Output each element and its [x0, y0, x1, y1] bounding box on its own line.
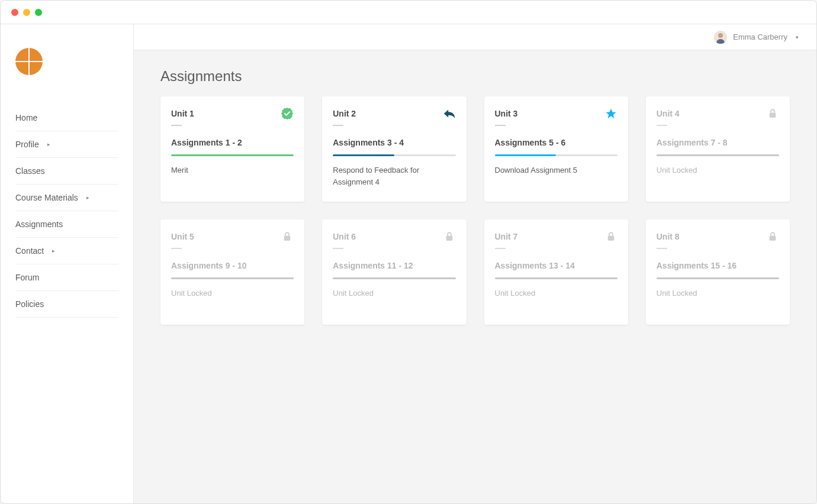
unit-title: Unit 4	[657, 109, 680, 118]
svg-rect-6	[284, 236, 291, 241]
divider	[495, 125, 506, 126]
assignments-range: Assignments 9 - 10	[171, 261, 294, 270]
chevron-right-icon: ▸	[47, 141, 50, 147]
checkmark-badge-icon	[281, 107, 294, 120]
progress-fill	[495, 277, 617, 279]
star-icon	[604, 107, 617, 120]
assignment-card: Unit 4 Assignments 7 - 8Unit Locked	[646, 96, 790, 202]
assignments-range: Assignments 7 - 8	[657, 138, 779, 147]
assignment-cards-grid: Unit 1 Assignments 1 - 2MeritUnit 2 Assi…	[160, 96, 790, 325]
svg-rect-8	[608, 236, 615, 241]
main-area: Emma Carberry ▾ Assignments Unit 1 Assig…	[134, 24, 816, 503]
sidebar-item-label: Assignments	[15, 219, 63, 229]
lock-icon	[766, 107, 779, 120]
sidebar-item-forum[interactable]: Forum	[15, 264, 118, 291]
card-header: Unit 8	[657, 230, 779, 243]
lock-icon	[604, 230, 617, 243]
progress-bar	[333, 277, 455, 279]
unit-title: Unit 8	[657, 232, 680, 241]
divider	[495, 248, 506, 249]
unit-title: Unit 6	[333, 232, 356, 241]
app-window: HomeProfile▸ClassesCourse Materials▸Assi…	[0, 0, 817, 504]
status-text: Download Assignment 5	[495, 164, 617, 176]
app-logo[interactable]	[15, 48, 43, 75]
assignment-card: Unit 7 Assignments 13 - 14Unit Locked	[484, 219, 628, 325]
progress-fill	[333, 277, 455, 279]
divider	[657, 125, 667, 126]
user-name: Emma Carberry	[733, 33, 787, 41]
progress-bar	[495, 154, 617, 156]
status-text: Merit	[171, 164, 294, 176]
unit-title: Unit 2	[333, 109, 356, 118]
progress-fill	[333, 154, 394, 156]
user-menu[interactable]: Emma Carberry ▾	[714, 31, 799, 44]
assignment-card: Unit 6 Assignments 11 - 12Unit Locked	[322, 219, 466, 325]
divider	[171, 125, 182, 126]
progress-fill	[171, 277, 294, 279]
page-title: Assignments	[160, 68, 790, 85]
assignments-range: Assignments 13 - 14	[495, 261, 617, 270]
sidebar-item-policies[interactable]: Policies	[15, 291, 118, 318]
sidebar-item-home[interactable]: Home	[15, 105, 118, 131]
avatar	[714, 31, 727, 44]
chevron-right-icon: ▸	[86, 195, 89, 201]
assignments-range: Assignments 11 - 12	[333, 261, 455, 270]
progress-bar	[171, 277, 294, 279]
card-header: Unit 6	[333, 230, 455, 243]
progress-bar	[171, 154, 294, 156]
sidebar-nav: HomeProfile▸ClassesCourse Materials▸Assi…	[15, 105, 118, 318]
sidebar-item-label: Forum	[15, 273, 39, 282]
assignments-range: Assignments 1 - 2	[171, 138, 294, 147]
sidebar-item-contact[interactable]: Contact▸	[15, 238, 118, 264]
sidebar-item-classes[interactable]: Classes	[15, 158, 118, 185]
progress-fill	[657, 277, 779, 279]
divider	[333, 125, 343, 126]
status-text: Unit Locked	[657, 164, 779, 176]
progress-bar	[657, 154, 779, 156]
unit-title: Unit 5	[171, 232, 194, 241]
sidebar-item-label: Profile	[15, 140, 39, 149]
minimize-window-button[interactable]	[23, 9, 30, 16]
status-text: Unit Locked	[657, 287, 779, 299]
chevron-down-icon: ▾	[796, 34, 799, 40]
assignments-range: Assignments 15 - 16	[657, 261, 779, 270]
sidebar-item-label: Classes	[15, 166, 45, 176]
svg-rect-9	[770, 236, 776, 241]
sidebar-item-label: Policies	[15, 299, 44, 309]
app-body: HomeProfile▸ClassesCourse Materials▸Assi…	[1, 24, 816, 503]
card-header: Unit 1	[171, 107, 294, 120]
card-header: Unit 7	[495, 230, 617, 243]
progress-fill	[495, 154, 557, 156]
assignment-card[interactable]: Unit 2 Assignments 3 - 4Respond to Feedb…	[322, 96, 466, 202]
maximize-window-button[interactable]	[35, 9, 42, 16]
assignment-card: Unit 8 Assignments 15 - 16Unit Locked	[646, 219, 790, 325]
sidebar-item-profile[interactable]: Profile▸	[15, 131, 118, 158]
unit-title: Unit 3	[495, 109, 518, 118]
unit-title: Unit 7	[495, 232, 518, 241]
chevron-right-icon: ▸	[52, 248, 55, 254]
close-window-button[interactable]	[11, 9, 18, 16]
assignments-range: Assignments 3 - 4	[333, 138, 455, 147]
svg-rect-5	[770, 113, 776, 118]
lock-icon	[766, 230, 779, 243]
divider	[171, 248, 182, 249]
card-header: Unit 3	[495, 107, 617, 120]
sidebar-item-label: Contact	[15, 246, 44, 256]
card-header: Unit 5	[171, 230, 294, 243]
sidebar-item-assignments[interactable]: Assignments	[15, 211, 118, 238]
card-header: Unit 4	[657, 107, 779, 120]
reply-icon	[443, 107, 456, 120]
progress-bar	[657, 277, 779, 279]
lock-icon	[443, 230, 456, 243]
progress-bar	[495, 277, 617, 279]
progress-bar	[333, 154, 455, 156]
assignment-card[interactable]: Unit 3 Assignments 5 - 6Download Assignm…	[484, 96, 628, 202]
sidebar-item-course-materials[interactable]: Course Materials▸	[15, 185, 118, 211]
sidebar: HomeProfile▸ClassesCourse Materials▸Assi…	[1, 24, 134, 503]
progress-fill	[171, 154, 294, 156]
divider	[657, 248, 667, 249]
top-header: Emma Carberry ▾	[134, 24, 816, 50]
status-text: Unit Locked	[495, 287, 617, 299]
status-text: Unit Locked	[333, 287, 455, 299]
assignment-card[interactable]: Unit 1 Assignments 1 - 2Merit	[160, 96, 304, 202]
